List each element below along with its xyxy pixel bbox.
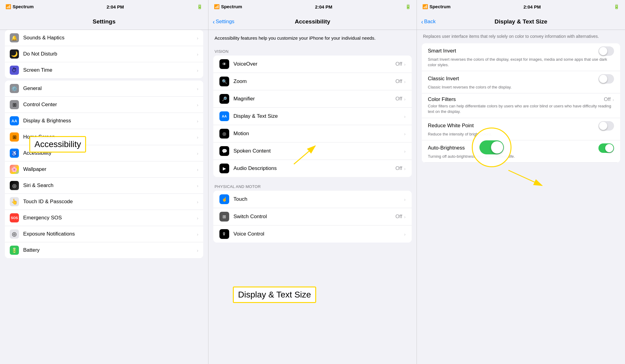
accessibility-back-button[interactable]: ‹ Settings	[213, 19, 234, 25]
status-icons-1: 🔋	[197, 4, 203, 9]
classic-invert-knob	[599, 75, 607, 83]
panel-displaytextsize: ‹ Back Display & Text Size Replaces user…	[417, 13, 625, 364]
siri-icon: ◎	[10, 181, 19, 190]
settings-nav-title: Settings	[93, 18, 116, 25]
physical-section-header: PHYSICAL AND MOTOR	[208, 179, 417, 191]
settings-item-general[interactable]: ⚙️ General ›	[5, 81, 203, 97]
physical-group: ☝ Touch › ⊞ Switch Control Off › 🎙 Voice…	[213, 191, 412, 243]
color-filters-value: Off	[604, 96, 611, 103]
magnifier-chevron: ›	[404, 96, 406, 102]
audiodesc-value: Off	[396, 165, 402, 171]
settings-item-siri[interactable]: ◎ Siri & Search ›	[5, 178, 203, 194]
displaytextsize-list[interactable]: Replaces user interface items that rely …	[417, 30, 625, 364]
status-bar: 📶 Spectrum 2:04 PM 🔋 📶 Spectrum 2:04 PM …	[0, 0, 625, 13]
acc-item-voiceover[interactable]: 👁 VoiceOver Off ›	[213, 56, 412, 73]
settings-item-exposure[interactable]: ◎ Exposure Notifications ›	[5, 226, 203, 242]
smart-invert-item: Smart Invert Smart Invert reverses the c…	[422, 43, 620, 71]
sos-chevron: ›	[197, 215, 198, 221]
status-bar-panel-3: 📶 Spectrum 2:04 PM 🔋	[417, 0, 625, 13]
reduce-white-point-toggle[interactable]	[598, 121, 614, 131]
acc-item-audiodesc[interactable]: ▶ Audio Descriptions Off ›	[213, 160, 412, 177]
wallpaper-chevron: ›	[197, 167, 198, 172]
smart-invert-desc: Smart Invert reverses the colors of the …	[428, 57, 614, 68]
smart-invert-row: Smart Invert	[428, 46, 614, 56]
battery-chevron: ›	[197, 248, 198, 253]
settings-item-displaybrightness[interactable]: AA Display & Brightness ›	[5, 113, 203, 129]
carrier-2: 📶 Spectrum	[214, 4, 242, 9]
smart-invert-label: Smart Invert	[428, 48, 598, 54]
homescreen-label: Home Screen	[23, 134, 197, 140]
battery-icon: 🔋	[10, 246, 19, 255]
settings-item-sounds[interactable]: 🔔 Sounds & Haptics ›	[5, 30, 203, 46]
smart-invert-toggle[interactable]	[598, 46, 614, 56]
voiceover-chevron: ›	[404, 62, 406, 67]
settings-item-sos[interactable]: SOS Emergency SOS ›	[5, 210, 203, 226]
carrier-1: 📶 Spectrum	[5, 4, 34, 9]
settings-item-touchid[interactable]: 👆 Touch ID & Passcode ›	[5, 194, 203, 210]
classic-invert-toggle[interactable]	[598, 74, 614, 84]
color-filters-desc: Color filters can help differentiate col…	[428, 103, 614, 114]
controlcenter-chevron: ›	[197, 102, 198, 107]
general-chevron: ›	[197, 86, 198, 91]
spokencontent-icon: 💬	[219, 146, 229, 156]
zoom-icon: 🔍	[219, 77, 229, 86]
auto-brightness-knob	[605, 144, 613, 152]
general-label: General	[23, 85, 197, 92]
settings-item-dnd[interactable]: 🌙 Do Not Disturb ›	[5, 46, 203, 62]
auto-brightness-item: Auto-Brightness Turning off auto-brightn…	[422, 140, 620, 163]
settings-panel-inner: 🔔 Sounds & Haptics › 🌙 Do Not Disturb › …	[0, 30, 208, 364]
color-filters-row: Color Filters Off ›	[428, 96, 614, 103]
zoom-label: Zoom	[233, 78, 396, 85]
switchcontrol-chevron: ›	[404, 214, 406, 219]
accessibility-list[interactable]: Accessibility features help you customiz…	[208, 30, 417, 364]
settings-item-controlcenter[interactable]: ⊞ Control Center ›	[5, 97, 203, 113]
panel-settings: Settings 🔔 Sounds & Haptics › 🌙 Do Not D…	[0, 13, 208, 364]
acc-item-displaytextsize[interactable]: AA Display & Text Size ›	[213, 108, 412, 125]
acc-item-touch[interactable]: ☝ Touch ›	[213, 191, 412, 208]
voicecontrol-label: Voice Control	[233, 231, 404, 237]
audiodesc-icon: ▶	[219, 164, 229, 173]
audiodesc-chevron: ›	[404, 166, 406, 171]
vision-section-header: VISION	[208, 44, 417, 56]
motion-chevron: ›	[404, 131, 406, 136]
screentime-chevron: ›	[197, 68, 198, 73]
switchcontrol-icon: ⊞	[219, 212, 229, 222]
zoom-chevron: ›	[404, 79, 406, 84]
switchcontrol-label: Switch Control	[233, 214, 396, 220]
acc-item-magnifier[interactable]: 🔎 Magnifier Off ›	[213, 90, 412, 108]
acc-item-switchcontrol[interactable]: ⊞ Switch Control Off ›	[213, 208, 412, 225]
time-1: 2:04 PM	[107, 4, 124, 9]
settings-item-homescreen[interactable]: ⊞ Home Screen ›	[5, 129, 203, 145]
exposure-icon: ◎	[10, 229, 19, 239]
auto-brightness-desc: Turning off auto-brightness may affect b…	[428, 154, 614, 159]
touchid-label: Touch ID & Passcode	[23, 199, 197, 205]
battery-label: Battery	[23, 247, 197, 253]
touch-chevron: ›	[404, 197, 406, 202]
auto-brightness-row: Auto-Brightness	[428, 143, 614, 153]
acc-item-spokencontent[interactable]: 💬 Spoken Content ›	[213, 142, 412, 160]
classic-invert-desc: Classic Invert reverses the colors of th…	[428, 85, 614, 90]
acc-item-zoom[interactable]: 🔍 Zoom Off ›	[213, 73, 412, 90]
settings-item-wallpaper[interactable]: 🌸 Wallpaper ›	[5, 161, 203, 178]
settings-item-screentime[interactable]: ⏱ Screen Time ›	[5, 62, 203, 78]
audiodesc-label: Audio Descriptions	[233, 165, 396, 171]
settings-list[interactable]: 🔔 Sounds & Haptics › 🌙 Do Not Disturb › …	[0, 30, 208, 364]
vision-group: 👁 VoiceOver Off › 🔍 Zoom Off › 🔎 Magnifi…	[213, 56, 412, 177]
auto-brightness-toggle[interactable]	[598, 143, 614, 153]
settings-item-battery[interactable]: 🔋 Battery ›	[5, 242, 203, 258]
voicecontrol-chevron: ›	[404, 232, 406, 237]
settings-item-accessibility[interactable]: ♿ Accessibility › Accessibility	[5, 145, 203, 161]
accessibility-icon: ♿	[10, 149, 19, 158]
displaytextsize-back-button[interactable]: ‹ Back	[421, 19, 435, 25]
voicecontrol-icon: 🎙	[219, 229, 229, 239]
exposure-label: Exposure Notifications	[23, 231, 197, 237]
acc-item-voicecontrol[interactable]: 🎙 Voice Control ›	[213, 225, 412, 243]
acc-item-motion[interactable]: ◎ Motion ›	[213, 125, 412, 142]
magnifier-value: Off	[396, 96, 402, 102]
voiceover-icon: 👁	[219, 59, 229, 69]
color-replaces-desc: Replaces user interface items that rely …	[417, 30, 625, 43]
voiceover-label: VoiceOver	[233, 61, 396, 67]
dnd-label: Do Not Disturb	[23, 51, 197, 57]
reduce-white-point-knob	[599, 122, 607, 130]
reduce-white-point-desc: Reduce the intensity of bright colors.	[428, 132, 614, 137]
